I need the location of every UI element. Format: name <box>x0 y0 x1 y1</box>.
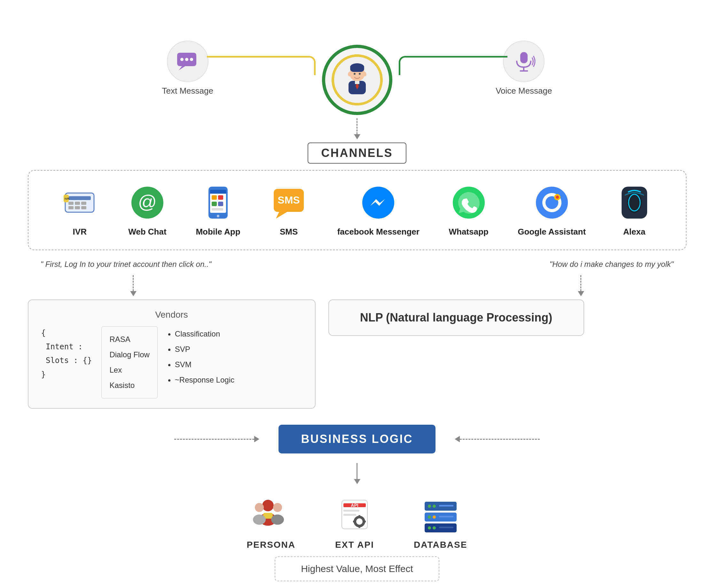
person-circle <box>322 45 392 115</box>
svg-point-11 <box>354 73 355 75</box>
vendors-json: { Intent : Slots : {} } <box>41 326 92 382</box>
svg-point-48 <box>556 195 559 199</box>
business-logic-button[interactable]: BUSINESS LOGIC <box>279 425 435 454</box>
svg-point-75 <box>428 516 431 519</box>
right-dashed-arrow <box>455 436 540 442</box>
left-connector <box>207 56 315 75</box>
svg-point-33 <box>217 215 219 217</box>
svg-text:@: @ <box>138 191 157 212</box>
business-logic-section: BUSINESS LOGIC <box>28 425 687 454</box>
svg-text:SMS: SMS <box>278 194 300 206</box>
right-connector <box>399 56 507 75</box>
mobileapp-label: Mobile App <box>196 227 240 237</box>
webchat-label: Web Chat <box>128 227 166 237</box>
vendor-item-rasa: RASA <box>109 332 149 347</box>
alexa-icon <box>615 184 654 222</box>
svg-rect-25 <box>81 206 86 209</box>
vendor-item-dialogflow: Dialog Flow <box>109 347 149 362</box>
channel-google: Google Assistant <box>518 184 586 237</box>
channel-facebook: facebook Messenger <box>337 184 420 237</box>
person-inner <box>331 54 383 105</box>
channel-mobileapp: Mobile App <box>196 184 240 237</box>
svg-rect-69 <box>363 521 366 523</box>
svg-rect-7 <box>350 65 364 72</box>
svg-point-1 <box>180 58 184 61</box>
facebook-label: facebook Messenger <box>337 227 420 237</box>
svg-rect-63 <box>343 514 356 516</box>
vendors-list: RASA Dialog Flow Lex Kasisto <box>101 326 157 399</box>
ivr-icon: IVR <box>60 184 99 222</box>
svg-point-13 <box>348 72 351 76</box>
svg-rect-21 <box>75 202 80 205</box>
persona-item: PERSONA <box>247 497 295 550</box>
extapi-item: API EXT API <box>334 497 375 550</box>
top-arrow-down <box>28 118 687 139</box>
svg-point-78 <box>433 526 436 529</box>
whatsapp-label: Whatsapp <box>449 227 488 237</box>
svg-rect-22 <box>81 202 86 205</box>
google-icon <box>533 184 571 222</box>
person-avatar <box>340 62 375 98</box>
svg-point-55 <box>273 503 282 512</box>
svg-rect-79 <box>439 505 453 506</box>
ivr-label: IVR <box>73 227 87 237</box>
persona-icon <box>250 497 292 535</box>
two-col-section: Vendors { Intent : Slots : {} } RASA Dia… <box>28 299 687 409</box>
svg-rect-15 <box>520 52 528 63</box>
sms-label: SMS <box>280 227 298 237</box>
chat-bubble-icon <box>176 49 200 74</box>
bl-arrow-down <box>28 463 687 484</box>
svg-rect-38 <box>212 208 223 211</box>
channel-whatsapp: Whatsapp <box>449 184 488 237</box>
bullet-response: ~Response Logic <box>175 372 234 387</box>
svg-point-77 <box>428 526 431 529</box>
sms-icon: SMS <box>269 184 308 222</box>
svg-rect-36 <box>212 202 217 206</box>
svg-point-58 <box>253 514 266 525</box>
nlp-title: NLP (Natural language Processing) <box>360 310 552 326</box>
svg-point-3 <box>190 58 193 61</box>
left-quote: " First, Log In to your trinet account t… <box>41 260 212 269</box>
channels-section: CHANNELS IVR <box>28 143 687 250</box>
text-message-container: Text Message <box>162 41 213 96</box>
text-message-bubble <box>167 41 208 82</box>
svg-rect-68 <box>353 521 355 523</box>
voice-message-bubble <box>503 41 545 82</box>
quote-section: " First, Log In to your trinet account t… <box>28 260 687 269</box>
vendors-title: Vendors <box>41 310 302 320</box>
svg-point-73 <box>428 505 431 508</box>
vendor-item-lex: Lex <box>109 362 149 378</box>
google-label: Google Assistant <box>518 227 586 237</box>
svg-point-14 <box>363 72 366 76</box>
svg-marker-40 <box>276 212 287 218</box>
vendors-content: { Intent : Slots : {} } RASA Dialog Flow… <box>41 326 302 399</box>
highest-value-box: Highest Value, Most Effect <box>275 556 439 581</box>
svg-rect-80 <box>439 516 453 517</box>
vendors-bullets: Classification SVP SVM ~Response Logic <box>167 326 234 387</box>
arrows-to-boxes <box>28 275 687 296</box>
svg-point-52 <box>262 500 274 511</box>
svg-point-56 <box>271 514 284 525</box>
whatsapp-icon <box>450 184 488 222</box>
svg-text:API: API <box>351 503 358 508</box>
svg-point-76 <box>433 516 436 519</box>
bullet-classification: Classification <box>175 326 234 342</box>
svg-rect-23 <box>68 206 74 209</box>
channels-badge: CHANNELS <box>308 143 406 164</box>
svg-rect-67 <box>359 525 360 528</box>
channel-alexa: Alexa <box>615 184 654 237</box>
bottom-icons-row: PERSONA API <box>28 497 687 550</box>
channels-header: CHANNELS <box>28 143 687 164</box>
svg-rect-35 <box>218 195 223 200</box>
svg-rect-19 <box>68 196 91 200</box>
highest-value-section: Highest Value, Most Effect <box>28 556 687 581</box>
svg-rect-62 <box>343 510 360 512</box>
svg-point-74 <box>433 505 436 508</box>
svg-rect-66 <box>359 515 360 518</box>
webchat-icon: @ <box>128 184 167 222</box>
vendor-item-kasisto: Kasisto <box>109 378 149 393</box>
svg-point-65 <box>356 518 363 525</box>
extapi-label: EXT API <box>335 540 374 550</box>
svg-rect-34 <box>212 195 217 200</box>
svg-rect-24 <box>75 206 80 209</box>
